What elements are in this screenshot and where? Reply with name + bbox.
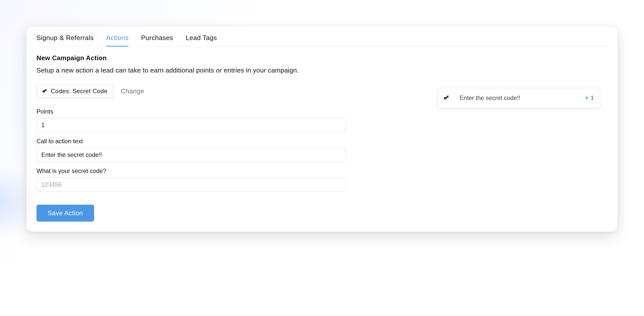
tab-purchases[interactable]: Purchases [141, 34, 173, 46]
secret-label: What is your secret code? [36, 167, 346, 174]
key-icon [444, 95, 450, 101]
secret-input[interactable] [36, 178, 346, 192]
points-input[interactable] [36, 118, 346, 132]
tab-lead-tags[interactable]: Lead Tags [186, 34, 217, 46]
key-icon [42, 88, 48, 94]
preview-points-badge: + 1 [585, 94, 594, 101]
campaign-action-card: Signup & Referrals Actions Purchases Lea… [26, 26, 618, 232]
section-title: New Campaign Action [36, 54, 608, 62]
save-action-button[interactable]: Save Action [36, 205, 94, 222]
action-type-label: Codes: Secret Code [51, 88, 107, 95]
cta-input[interactable] [36, 148, 346, 162]
preview-cta-text: Enter the secret code!! [460, 94, 575, 101]
change-action-type-link[interactable]: Change [121, 87, 144, 95]
points-label: Points [36, 108, 346, 115]
tab-signup-referrals[interactable]: Signup & Referrals [36, 34, 94, 46]
tab-actions[interactable]: Actions [106, 34, 129, 46]
section-description: Setup a new action a lead can take to ea… [36, 66, 608, 74]
cta-field-group: Call to action text [36, 138, 346, 162]
points-field-group: Points [36, 108, 346, 132]
cta-label: Call to action text [36, 138, 346, 145]
action-type-chip[interactable]: Codes: Secret Code [36, 84, 113, 98]
preview-card: Enter the secret code!! + 1 [438, 88, 600, 108]
form-column: Points Call to action text What is your … [36, 108, 346, 222]
content-row: Points Call to action text What is your … [36, 108, 608, 222]
secret-field-group: What is your secret code? [36, 167, 346, 192]
tabs-nav: Signup & Referrals Actions Purchases Lea… [36, 34, 608, 47]
